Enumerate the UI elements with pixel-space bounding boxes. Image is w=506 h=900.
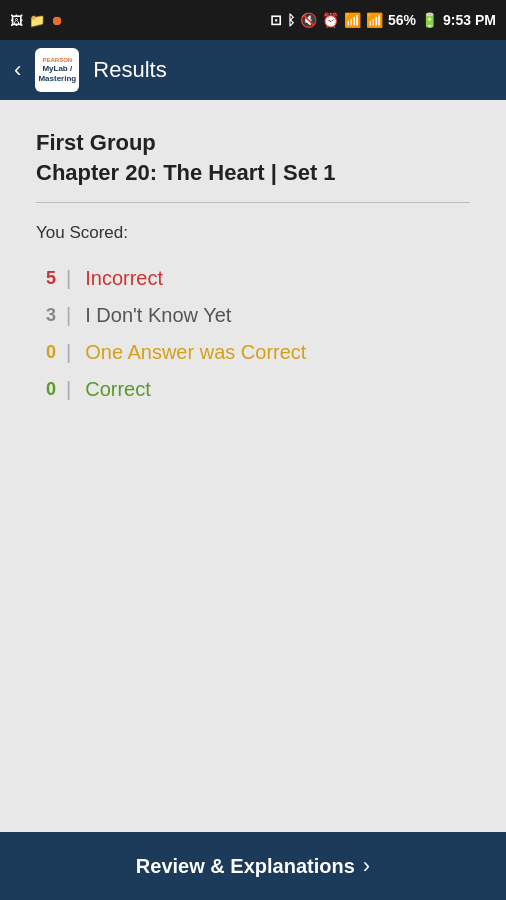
correct-label: Correct [85, 378, 151, 401]
battery-icon: 🔋 [421, 12, 438, 28]
wifi-icon: 📶 [344, 12, 361, 28]
nav-bar: ‹ PEARSON MyLab /Mastering Results [0, 40, 506, 100]
logo-product: MyLab /Mastering [38, 64, 76, 83]
review-explanations-label: Review & Explanations [136, 855, 355, 878]
score-row-one-correct: 0 | One Answer was Correct [36, 341, 470, 364]
pipe-3: | [66, 341, 71, 364]
bluetooth-icon: ᛒ [287, 12, 295, 28]
status-bar: 🖼 📁 ⏺ ⊡ ᛒ 🔇 ⏰ 📶 📶 56% 🔋 9:53 PM [0, 0, 506, 40]
status-right-info: ⊡ ᛒ 🔇 ⏰ 📶 📶 56% 🔋 9:53 PM [270, 12, 496, 28]
correct-count: 0 [36, 379, 56, 400]
you-scored-label: You Scored: [36, 223, 470, 243]
signal-icon: 📶 [366, 12, 383, 28]
record-icon: ⏺ [51, 13, 64, 28]
chevron-right-icon: › [363, 853, 370, 879]
idk-count: 3 [36, 305, 56, 326]
chapter-title: Chapter 20: The Heart | Set 1 [36, 160, 470, 186]
review-explanations-button[interactable]: Review & Explanations › [0, 832, 506, 900]
pipe-4: | [66, 378, 71, 401]
logo-brand: PEARSON [42, 57, 72, 64]
main-content: First Group Chapter 20: The Heart | Set … [0, 100, 506, 435]
back-button[interactable]: ‹ [10, 53, 25, 87]
alarm-icon: ⏰ [322, 12, 339, 28]
time-display: 9:53 PM [443, 12, 496, 28]
incorrect-label: Incorrect [85, 267, 163, 290]
folder-icon: 📁 [29, 13, 45, 28]
mute-icon: 🔇 [300, 12, 317, 28]
battery-percent: 56% [388, 12, 416, 28]
page-title: Results [93, 57, 166, 83]
cast-icon: ⊡ [270, 12, 282, 28]
pipe-1: | [66, 267, 71, 290]
app-logo: PEARSON MyLab /Mastering [35, 48, 79, 92]
score-row-incorrect: 5 | Incorrect [36, 267, 470, 290]
one-correct-count: 0 [36, 342, 56, 363]
score-row-idk: 3 | I Don't Know Yet [36, 304, 470, 327]
screenshot-icon: 🖼 [10, 13, 23, 28]
status-left-icons: 🖼 📁 ⏺ [10, 13, 64, 28]
divider [36, 202, 470, 203]
group-title: First Group [36, 130, 470, 156]
score-row-correct: 0 | Correct [36, 378, 470, 401]
idk-label: I Don't Know Yet [85, 304, 231, 327]
one-correct-label: One Answer was Correct [85, 341, 306, 364]
incorrect-count: 5 [36, 268, 56, 289]
pipe-2: | [66, 304, 71, 327]
